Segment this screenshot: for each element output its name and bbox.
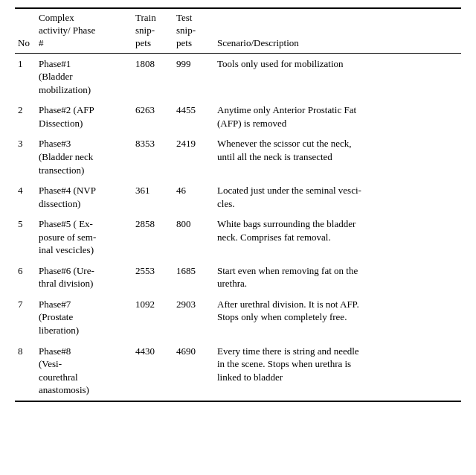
cell-activity: Phase#8 (Vesi- courethral anastomosis): [36, 341, 132, 401]
cell-test: 2419: [173, 133, 214, 180]
cell-test: 4690: [173, 341, 214, 401]
header-row: No Complexactivity/ Phase# Trainsnip-pet…: [15, 8, 461, 53]
cell-activity: Phase#7 (Prostate liberation): [36, 294, 132, 341]
header-activity: Complexactivity/ Phase#: [36, 8, 132, 53]
cell-test: 1685: [173, 261, 214, 294]
cell-test: 999: [173, 53, 214, 100]
cell-train: 8353: [132, 133, 173, 180]
cell-no: 8: [15, 341, 36, 401]
cell-activity: Phase#5 ( Ex- posure of sem- inal vescic…: [36, 214, 132, 261]
cell-test: 2903: [173, 294, 214, 341]
cell-scenario: Every time there is string and needle in…: [214, 341, 461, 401]
cell-no: 6: [15, 261, 36, 294]
cell-no: 2: [15, 100, 36, 133]
cell-train: 1808: [132, 53, 173, 100]
data-table: No Complexactivity/ Phase# Trainsnip-pet…: [15, 7, 461, 402]
cell-test: 800: [173, 214, 214, 261]
cell-train: 4430: [132, 341, 173, 401]
cell-scenario: Located just under the seminal vesci- cl…: [214, 180, 461, 214]
cell-train: 6263: [132, 100, 173, 133]
header-no: No: [15, 8, 36, 53]
cell-train: 1092: [132, 294, 173, 341]
cell-scenario: Start even when removing fat on the uret…: [214, 261, 461, 294]
table-row: 3Phase#3 (Bladder neck transection)83532…: [15, 133, 461, 180]
cell-train: 2858: [132, 214, 173, 261]
table-row: 6Phase#6 (Ure- thral division)25531685St…: [15, 261, 461, 294]
cell-no: 3: [15, 133, 36, 180]
cell-scenario: Anytime only Anterior Prostatic Fat (AFP…: [214, 100, 461, 133]
cell-scenario: White bags surrounding the bladder neck.…: [214, 214, 461, 261]
table-row: 1Phase#1 (Bladder mobilization)1808999To…: [15, 53, 461, 100]
cell-no: 1: [15, 53, 36, 100]
cell-activity: Phase#6 (Ure- thral division): [36, 261, 132, 294]
header-scenario: Scenario/Description: [214, 8, 461, 53]
table-container: No Complexactivity/ Phase# Trainsnip-pet…: [15, 7, 461, 402]
cell-activity: Phase#1 (Bladder mobilization): [36, 53, 132, 100]
cell-scenario: Tools only used for mobilization: [214, 53, 461, 100]
cell-test: 46: [173, 180, 214, 214]
cell-no: 4: [15, 180, 36, 214]
cell-test: 4455: [173, 100, 214, 133]
cell-scenario: After urethral division. It is not AFP. …: [214, 294, 461, 341]
cell-no: 7: [15, 294, 36, 341]
cell-train: 2553: [132, 261, 173, 294]
table-row: 2Phase#2 (AFP Dissection)62634455Anytime…: [15, 100, 461, 133]
cell-activity: Phase#3 (Bladder neck transection): [36, 133, 132, 180]
cell-activity: Phase#4 (NVP dissection): [36, 180, 132, 214]
cell-no: 5: [15, 214, 36, 261]
cell-scenario: Whenever the scissor cut the neck, until…: [214, 133, 461, 180]
table-row: 7Phase#7 (Prostate liberation)10922903Af…: [15, 294, 461, 341]
table-row: 4Phase#4 (NVP dissection)36146Located ju…: [15, 180, 461, 214]
cell-train: 361: [132, 180, 173, 214]
cell-activity: Phase#2 (AFP Dissection): [36, 100, 132, 133]
table-row: 5Phase#5 ( Ex- posure of sem- inal vesci…: [15, 214, 461, 261]
header-train: Trainsnip-pets: [132, 8, 173, 53]
header-test: Testsnip-pets: [173, 8, 214, 53]
table-row: 8Phase#8 (Vesi- courethral anastomosis)4…: [15, 341, 461, 401]
